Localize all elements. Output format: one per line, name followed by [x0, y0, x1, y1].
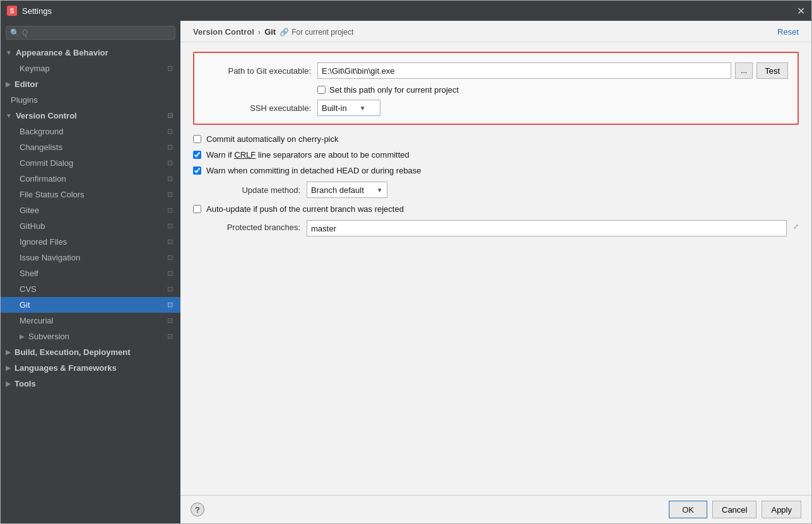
- warn-crlf-checkbox[interactable]: [193, 151, 201, 159]
- main-content: 🔍 ▼ Appearance & Behavior Keymap ⊡ ▶ Edi…: [1, 21, 811, 523]
- warn-detached-label: Warn when committing in detached HEAD or…: [206, 166, 421, 175]
- expand-arrow-vc: ▼: [6, 112, 12, 119]
- sidebar-label-git: Git: [20, 300, 30, 310]
- page-icon-ignored: ⊡: [167, 238, 173, 246]
- commit-auto-checkbox[interactable]: [193, 135, 201, 143]
- page-icon-gitee: ⊡: [167, 206, 173, 214]
- expand-arrow-lang: ▶: [6, 364, 11, 371]
- cancel-button[interactable]: Cancel: [712, 501, 756, 518]
- sidebar-label-build: Build, Execution, Deployment: [15, 347, 130, 357]
- sidebar-item-cvs[interactable]: CVS ⊡: [1, 281, 180, 297]
- for-current-project: 🔗 For current project: [279, 28, 353, 37]
- breadcrumb-arrow: ›: [258, 27, 261, 37]
- commit-auto-label: Commit automatically on cherry-pick: [206, 134, 339, 144]
- ssh-row: SSH executable: Built-in ▼: [204, 100, 788, 116]
- search-box[interactable]: 🔍: [6, 26, 175, 40]
- panel-header: Version Control › Git 🔗 For current proj…: [180, 21, 811, 42]
- protected-branches-row: Protected branches: ⤢: [193, 220, 799, 236]
- sidebar-item-languages[interactable]: ▶ Languages & Frameworks: [1, 360, 180, 376]
- sidebar-label-commit-dialog: Commit Dialog: [20, 158, 73, 168]
- sidebar-item-plugins[interactable]: Plugins: [1, 92, 180, 108]
- update-method-value: Branch default: [311, 185, 364, 195]
- close-icon[interactable]: ✕: [797, 5, 805, 17]
- sidebar-item-git[interactable]: Git ⊡: [1, 297, 180, 313]
- update-method-select[interactable]: Branch default ▼: [307, 182, 387, 198]
- sidebar-item-appearance[interactable]: ▼ Appearance & Behavior: [1, 45, 180, 61]
- sidebar-label-subversion: Subversion: [28, 332, 69, 341]
- ok-button[interactable]: OK: [669, 501, 707, 518]
- warn-detached-checkbox[interactable]: [193, 166, 201, 175]
- breadcrumb-parent: Version Control: [193, 27, 254, 37]
- sidebar-item-build[interactable]: ▶ Build, Execution, Deployment: [1, 344, 180, 360]
- settings-window: S Settings ✕ 🔍 ▼ Appearance & Behavior K…: [0, 0, 812, 524]
- bottom-right: OK Cancel Apply: [669, 501, 801, 518]
- sidebar-label-ignored: Ignored Files: [20, 237, 67, 247]
- expand-protected-icon[interactable]: ⤢: [793, 223, 799, 231]
- right-panel: Version Control › Git 🔗 For current proj…: [180, 21, 811, 523]
- warn-crlf-row: Warn if CRLF line separators are about t…: [193, 150, 799, 160]
- sidebar-item-confirmation[interactable]: Confirmation ⊡: [1, 171, 180, 187]
- sidebar-item-gitee[interactable]: Gitee ⊡: [1, 202, 180, 218]
- expand-arrow-appearance: ▼: [6, 49, 12, 56]
- protected-branches-label: Protected branches:: [206, 220, 300, 232]
- sidebar-item-mercurial[interactable]: Mercurial ⊡: [1, 313, 180, 329]
- page-icon-mercurial: ⊡: [167, 317, 173, 325]
- sidebar-item-tools[interactable]: ▶ Tools: [1, 376, 180, 392]
- page-icon-keymap: ⊡: [167, 64, 173, 73]
- set-path-only-row: Set this path only for current project: [204, 85, 788, 95]
- sidebar-label-confirmation: Confirmation: [20, 174, 66, 183]
- page-icon-git: ⊡: [167, 301, 173, 309]
- test-button[interactable]: Test: [756, 62, 788, 79]
- sidebar-item-ignored-files[interactable]: Ignored Files ⊡: [1, 234, 180, 250]
- sidebar-item-commit-dialog[interactable]: Commit Dialog ⊡: [1, 155, 180, 171]
- page-icon-cvs: ⊡: [167, 285, 173, 293]
- set-path-only-checkbox[interactable]: [317, 86, 326, 94]
- sidebar-item-file-status-colors[interactable]: File Status Colors ⊡: [1, 187, 180, 202]
- browse-button[interactable]: ...: [735, 62, 753, 79]
- bottom-bar: ? OK Cancel Apply: [180, 495, 811, 523]
- protected-branches-input[interactable]: [307, 220, 787, 236]
- git-config-box: Path to Git executable: ... Test Set thi…: [193, 52, 799, 125]
- set-path-only-label: Set this path only for current project: [329, 85, 459, 95]
- sidebar-label-plugins: Plugins: [11, 95, 38, 105]
- update-method-row: Update method: Branch default ▼: [193, 182, 799, 198]
- ssh-label: SSH executable:: [204, 103, 311, 113]
- auto-update-row: Auto-update if push of the current branc…: [193, 204, 799, 214]
- sidebar-item-shelf[interactable]: Shelf ⊡: [1, 265, 180, 281]
- app-icon: S: [7, 6, 17, 16]
- link-icon: 🔗: [279, 28, 289, 37]
- page-icon-bg: ⊡: [167, 127, 173, 136]
- reset-link[interactable]: Reset: [777, 27, 799, 37]
- for-current-project-label: For current project: [291, 28, 353, 37]
- sidebar-item-subversion[interactable]: ▶ Subversion ⊡: [1, 329, 180, 344]
- expand-arrow-tools: ▶: [6, 380, 11, 387]
- apply-button[interactable]: Apply: [762, 501, 801, 518]
- help-button[interactable]: ?: [191, 503, 204, 516]
- expand-arrow-svn: ▶: [20, 333, 25, 340]
- page-icon-vc: ⊡: [167, 112, 173, 120]
- page-icon-conf: ⊡: [167, 175, 173, 183]
- page-icon-issue: ⊡: [167, 253, 173, 262]
- sidebar-item-version-control[interactable]: ▼ Version Control ⊡: [1, 108, 180, 124]
- sidebar: 🔍 ▼ Appearance & Behavior Keymap ⊡ ▶ Edi…: [1, 21, 180, 523]
- sidebar-label-changelists: Changelists: [20, 143, 62, 152]
- window-title: Settings: [22, 6, 52, 16]
- sidebar-item-background[interactable]: Background ⊡: [1, 124, 180, 139]
- sidebar-item-github[interactable]: GitHub ⊡: [1, 218, 180, 234]
- sidebar-item-keymap[interactable]: Keymap ⊡: [1, 61, 180, 76]
- ssh-value: Built-in: [322, 103, 347, 113]
- page-icon-cd: ⊡: [167, 159, 173, 167]
- page-icon-shelf: ⊡: [167, 269, 173, 277]
- path-input[interactable]: [317, 62, 731, 79]
- sidebar-item-editor[interactable]: ▶ Editor: [1, 76, 180, 92]
- sidebar-item-issue-navigation[interactable]: Issue Navigation ⊡: [1, 250, 180, 265]
- sidebar-label-gitee: Gitee: [20, 206, 39, 215]
- search-input[interactable]: [22, 28, 171, 37]
- sidebar-label-tools: Tools: [15, 379, 36, 388]
- breadcrumb: Version Control › Git 🔗 For current proj…: [193, 27, 353, 37]
- auto-update-checkbox[interactable]: [193, 205, 201, 213]
- search-icon: 🔍: [10, 28, 20, 37]
- ssh-select[interactable]: Built-in ▼: [317, 100, 380, 116]
- sidebar-item-changelists[interactable]: Changelists ⊡: [1, 139, 180, 155]
- sidebar-label-issue-nav: Issue Navigation: [20, 253, 80, 262]
